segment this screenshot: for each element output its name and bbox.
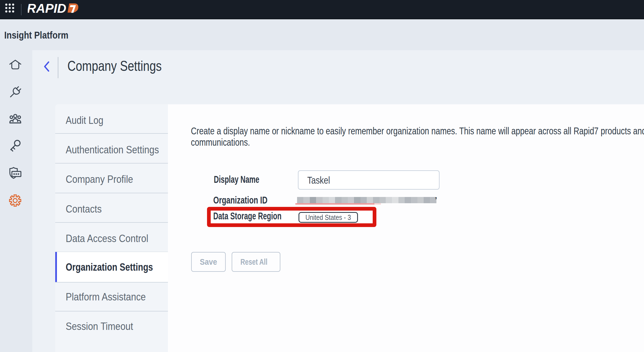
svg-text:RAPID: RAPID: [28, 3, 66, 13]
